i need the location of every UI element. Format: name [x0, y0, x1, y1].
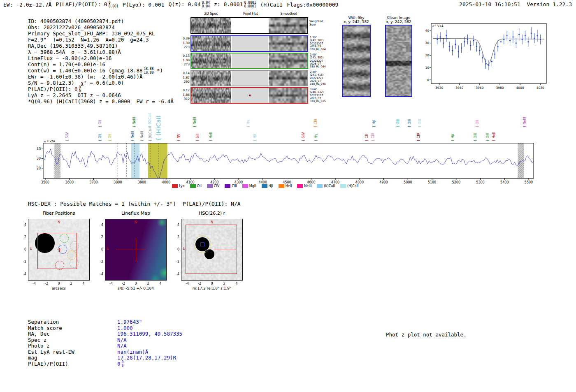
hsc-dex-heading: HSC-DEX : Possible Matches = 1 (within +…	[28, 201, 241, 207]
lineflux-map-sublabel: s/b: -5.61 +/- 0.184	[101, 286, 171, 290]
svg-text:4900: 4900	[379, 181, 388, 184]
match-field-value: N/A	[117, 337, 127, 343]
info-line: Primary Spec_Slot_IFU_AMP: 330_092_075_R…	[28, 30, 174, 37]
axis-tick-label: -2	[120, 282, 127, 285]
axis-tick-label: -4	[21, 272, 26, 276]
z-summary: z: 0.00010.00010.0001	[214, 1, 256, 8]
info-line: Obs: 20221227v026_4090502874	[28, 24, 174, 30]
match-field-label: RA, Dec	[28, 331, 50, 337]
spec2d-column-title: Pixel Flat	[232, 12, 269, 16]
legend-swatch	[262, 184, 267, 188]
legend-swatch	[317, 184, 323, 188]
emission-line-label: { OIII	[396, 119, 400, 128]
svg-text:e-17x2Å: e-17x2Å	[432, 24, 444, 28]
svg-text:3980: 3980	[496, 86, 504, 90]
legend-item: Hβ	[262, 184, 273, 188]
legend-swatch	[172, 184, 178, 188]
legend-label: (K)CaII	[324, 184, 335, 188]
info-line: *Q(0.96) (H)CaII(3968) z = 0.0000 EW r =…	[28, 98, 174, 104]
spec2d-row-annotation: 2.40"(242, 582)20221227v026_07330_RL_064	[310, 53, 326, 68]
crosshair-line	[212, 252, 212, 274]
spec2d-column-title: Smoothed	[270, 12, 307, 16]
axis-tick-label: -2	[43, 282, 50, 285]
emission-line-label: { OII	[476, 120, 479, 128]
clean-image-title: Clean Image	[380, 16, 417, 20]
match-field-value: N/A	[117, 343, 127, 349]
match-field-value: nan(±nan)Å	[117, 349, 148, 355]
spec2d-image-segment	[269, 71, 307, 86]
match-field-label: Separation	[28, 319, 59, 325]
legend-label: (H)CaII	[347, 184, 358, 188]
emission-line-label: { NeIII	[132, 117, 136, 128]
legend-item: (K)CaII	[317, 184, 335, 188]
axis-tick-label: 0	[174, 248, 179, 251]
hsc-r-sublabel: m:17.2 re:1.8" s:1.9"	[177, 286, 247, 290]
emission-line-label: { (H)CaII	[155, 116, 162, 141]
svg-text:10: 10	[425, 66, 429, 70]
spec2d-image-segment	[232, 71, 268, 86]
spec2d-image-segment	[191, 18, 231, 33]
spec2d-row-annotation: 1.39"(242, 582)20221227v026_03330_RL_064	[310, 36, 326, 51]
svg-text:4020: 4020	[537, 86, 544, 90]
match-field-value: 196.311099, 49.587335	[117, 331, 182, 337]
ew-summary: EW: -2.0±-12.7Å	[3, 2, 51, 8]
legend-label: MgII	[249, 184, 256, 188]
legend-swatch	[190, 184, 196, 188]
axis-tick-label: -4	[108, 282, 114, 285]
info-line-plae: P(LAE)/P(OII): 000	[28, 86, 174, 92]
spec2d-image-segment	[232, 88, 268, 103]
spec2d-row-stats: 0.121.86312	[179, 88, 190, 102]
axis-tick-label: 0	[21, 248, 26, 251]
legend-swatch	[340, 184, 346, 188]
legend-label: Lyα	[179, 184, 185, 188]
fiber-circle	[55, 261, 64, 270]
compass-east-label: E	[183, 246, 185, 251]
with-sky-title: With Sky	[338, 16, 375, 20]
legend-label: CIII	[232, 184, 237, 188]
legend-swatch	[225, 184, 230, 188]
svg-text:4300: 4300	[235, 181, 243, 184]
weighted-sum-label: WeightedSum	[309, 20, 323, 26]
flags-summary: Flags:0x00000009	[287, 2, 338, 8]
compass-north-label: N	[181, 220, 242, 224]
axis-tick-label: -2	[196, 282, 203, 285]
emission-line-label: { Hγ	[246, 120, 250, 128]
axis-tick-label: 4	[21, 223, 26, 227]
spec2d-image-segment	[269, 18, 307, 33]
axis-tick-label: 0	[132, 282, 139, 285]
header-summary-line: EW: -2.0±-12.7Å P(LAE)/P(OII): 000.001 P…	[3, 1, 338, 8]
detection-info-block: ID: 4090502874 (4090502874.pdf) Obs: 202…	[28, 18, 174, 104]
compass-north-label: N	[105, 220, 166, 224]
spec2d-image-segment	[191, 53, 231, 68]
legend-item: OII	[190, 184, 202, 188]
axis-tick-label: 2	[98, 235, 103, 239]
axis-tick-label: -2	[21, 260, 26, 264]
info-line: ID: 4090502874 (4090502874.pdf)	[28, 18, 174, 24]
axis-tick-label: 2	[174, 235, 179, 239]
svg-text:5500: 5500	[525, 181, 533, 184]
info-line: F=2.9" T=0.152 N=1.26 A=0.20 g=24.3	[28, 37, 174, 43]
svg-text:4000: 4000	[162, 181, 170, 184]
spec2d-column-title: 2D Spec	[193, 12, 230, 16]
axis-tick-label: 0	[98, 248, 103, 251]
axis-tick-label: 4	[80, 282, 87, 285]
axis-tick-label: -4	[98, 272, 103, 276]
svg-text:40: 40	[425, 29, 429, 32]
svg-text:3960: 3960	[476, 86, 483, 90]
axis-tick-label: 4	[174, 223, 179, 227]
match-field-value: 1.97643"	[117, 319, 142, 325]
svg-text:4000: 4000	[516, 86, 524, 90]
legend-item: MgII	[242, 184, 256, 188]
center-cross	[136, 238, 136, 262]
axis-tick-label: -4	[174, 272, 179, 276]
spec2d-image-segment	[269, 36, 307, 51]
plya-summary: P(Lyα): 0.001	[123, 2, 165, 8]
emission-line-label: { OIII	[418, 119, 422, 128]
match-field-label: Spec z	[28, 337, 46, 343]
spec2d-row-stats: 0.141.82292	[179, 71, 190, 84]
spec2d-row	[190, 35, 308, 52]
spec2d-row-annotation: 3.64"(240, 232)20221227v026_07330_RL_025	[310, 88, 326, 103]
svg-text:4200: 4200	[210, 181, 218, 184]
match-field-value: 17.28(17.28,17.29)R	[117, 355, 176, 361]
emission-line-label: { Hβ	[372, 120, 376, 128]
